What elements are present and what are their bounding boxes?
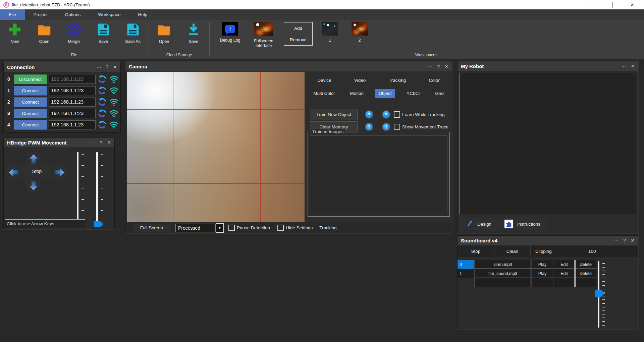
help-icon[interactable]: ?	[623, 238, 626, 243]
play-button[interactable]	[532, 278, 553, 287]
video-mode-dropdown[interactable]: Processed ▼	[175, 223, 224, 233]
camera-tab[interactable]: Tracking	[385, 76, 409, 85]
address-input[interactable]	[49, 75, 96, 84]
camera-tab[interactable]: YCbCr	[403, 89, 424, 98]
sound-file-name[interactable]: siren.mp3	[475, 260, 531, 269]
help-circle-icon[interactable]: ?	[382, 110, 390, 119]
delete-button[interactable]: Delete	[575, 260, 596, 269]
cloud-open-button[interactable]: Open	[149, 22, 179, 44]
help-circle-icon[interactable]: ?	[382, 123, 390, 131]
reverse-arrow-button[interactable]	[26, 179, 41, 193]
address-input[interactable]	[49, 86, 96, 95]
camera-tab[interactable]: Device	[314, 76, 334, 85]
new-button[interactable]: New	[0, 22, 30, 44]
camera-tab[interactable]: Multi Color	[310, 89, 338, 98]
panel-menu-icon[interactable]: ···	[614, 238, 619, 243]
camera-tab[interactable]: Object	[375, 89, 395, 98]
address-input[interactable]	[49, 98, 96, 107]
refresh-icon[interactable]	[97, 86, 107, 96]
fullscreen-interface-button[interactable]: Fullscreen Interface	[246, 22, 281, 48]
sound-row-index[interactable]	[458, 278, 474, 287]
full-screen-button[interactable]: Full Screen	[133, 224, 170, 232]
refresh-icon[interactable]	[97, 120, 107, 130]
merge-button[interactable]: Merge	[59, 22, 89, 44]
edit-button[interactable]	[554, 278, 575, 287]
tab-instructions[interactable]: Instructions	[498, 218, 546, 230]
sound-row-index[interactable]: 1	[458, 269, 474, 278]
hide-settings-checkbox[interactable]	[277, 225, 284, 231]
forward-arrow-button[interactable]	[26, 152, 41, 166]
arrow-keys-hint[interactable]: Click to use Arrow Keys	[5, 219, 85, 228]
address-input[interactable]	[49, 109, 96, 118]
debug-log-button[interactable]: ! Debug Log	[214, 22, 246, 43]
connect-button[interactable]: Connect	[14, 86, 47, 96]
camera-video-feed[interactable]	[127, 72, 305, 222]
menu-item[interactable]: Project	[25, 9, 56, 20]
edit-button[interactable]: Edit	[554, 269, 575, 278]
menu-item[interactable]: File	[0, 9, 25, 20]
minimize-icon[interactable]: ─	[589, 2, 595, 7]
cloud-save-button[interactable]: Save	[179, 22, 208, 44]
show-movement-trace-checkbox[interactable]	[394, 124, 400, 130]
pause-detection-checkbox[interactable]	[228, 225, 235, 231]
panel-menu-icon[interactable]: ···	[96, 64, 101, 70]
camera-tab[interactable]: Video	[351, 76, 369, 85]
dropdown-value[interactable]: Processed	[175, 224, 216, 232]
delete-button[interactable]: Delete	[575, 269, 596, 278]
slider-track[interactable]	[96, 152, 98, 224]
menu-item[interactable]: Workspace	[89, 9, 129, 20]
connect-button[interactable]: Disconnect	[14, 74, 47, 84]
refresh-icon[interactable]	[97, 108, 107, 118]
help-icon[interactable]: ?	[437, 64, 440, 69]
maximize-icon[interactable]	[609, 2, 615, 7]
connect-button[interactable]: Connect	[14, 97, 47, 107]
stop-button[interactable]: Stop	[23, 165, 51, 178]
close-icon[interactable]: ✕	[631, 238, 635, 243]
chevron-down-icon[interactable]: ▼	[216, 223, 224, 233]
play-button[interactable]: Play	[532, 260, 553, 269]
soundboard-stop-button[interactable]: Stop	[458, 246, 494, 257]
save-button[interactable]: Save	[89, 22, 118, 44]
sound-file-name[interactable]	[475, 278, 531, 287]
camera-tab[interactable]: Grid	[432, 89, 447, 98]
address-input[interactable]	[49, 120, 96, 129]
robot-design-canvas[interactable]	[459, 73, 636, 214]
edit-button[interactable]: Edit	[554, 260, 575, 269]
camera-tab[interactable]: Color	[425, 76, 443, 85]
camera-tab[interactable]: Motion	[346, 89, 367, 98]
right-pwm-slider[interactable]	[96, 152, 103, 224]
right-arrow-button[interactable]	[53, 165, 67, 179]
refresh-icon[interactable]	[97, 74, 107, 84]
refresh-icon[interactable]	[97, 97, 107, 107]
tab-design[interactable]: Design	[459, 218, 497, 230]
help-icon[interactable]: ?	[106, 64, 108, 70]
save-as-button[interactable]: Save As	[118, 22, 148, 44]
help-icon[interactable]: ?	[100, 140, 102, 145]
connect-button[interactable]: Connect	[14, 109, 47, 118]
close-icon[interactable]: ✕	[629, 2, 635, 7]
menu-item[interactable]: Options	[56, 9, 90, 20]
close-icon[interactable]: ✕	[444, 64, 448, 69]
learn-while-tracking-checkbox[interactable]	[394, 111, 400, 118]
workspace-thumbnail-2[interactable]: 2	[345, 22, 374, 43]
play-button[interactable]: Play	[532, 269, 553, 278]
panel-menu-icon[interactable]: ···	[621, 63, 626, 69]
left-arrow-button[interactable]	[6, 165, 20, 179]
train-new-object-button[interactable]: Train New Object	[310, 109, 358, 120]
sound-file-name[interactable]: fire_sound.mp3	[475, 269, 531, 278]
help-circle-icon[interactable]: ?	[365, 123, 373, 131]
add-workspace-button[interactable]: Add	[284, 22, 312, 34]
left-pwm-slider[interactable]	[77, 152, 84, 224]
close-icon[interactable]: ✕	[107, 140, 111, 145]
workspace-thumbnail-1[interactable]: 1	[315, 22, 345, 43]
slider-track[interactable]	[77, 152, 78, 224]
panel-menu-icon[interactable]: ···	[428, 64, 432, 69]
panel-menu-icon[interactable]: ···	[90, 140, 95, 145]
delete-button[interactable]	[575, 278, 596, 287]
sound-row-index[interactable]: 0	[458, 260, 474, 269]
menu-item[interactable]: Help	[129, 9, 156, 20]
remove-workspace-button[interactable]: Remove	[284, 34, 312, 45]
connect-button[interactable]: Connect	[14, 120, 47, 130]
close-icon[interactable]: ✕	[631, 63, 635, 69]
soundboard-clean-button[interactable]: Clean	[494, 246, 531, 257]
